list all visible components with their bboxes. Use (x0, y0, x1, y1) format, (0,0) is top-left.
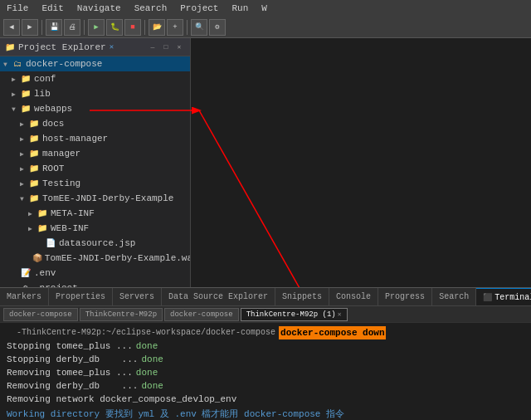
inst-tab-1-label: docker-compose (9, 310, 72, 319)
tree-manager[interactable]: ▶ 📁 manager (0, 146, 190, 161)
tree-war[interactable]: ▶ 📦 TomEE-JNDI-Derby-Example.war (0, 251, 190, 266)
term-prompt-1: -ThinkCentre-M92p:~/eclipse-workspace/do… (7, 326, 275, 339)
rootdir-arrow: ▶ (20, 165, 28, 173)
tab-terminal[interactable]: ⬛ Terminal ✕ (476, 288, 531, 306)
tree-webapps[interactable]: ▼ 📁 webapps (0, 101, 190, 116)
tab-console-label: Console (336, 292, 371, 301)
tab-terminal-label: Terminal (494, 293, 531, 302)
tb-save-btn[interactable]: 💾 (46, 19, 62, 36)
tb-run-btn[interactable]: ▶ (88, 19, 105, 36)
term-note-text: Working directory 要找到 yml 及 .env 檔才能用 do… (7, 408, 344, 420)
term-out-5: Removing derby_db ... (7, 379, 138, 393)
explorer-minimize-btn[interactable]: — (147, 42, 158, 53)
tb-back-btn[interactable]: ◀ (3, 19, 20, 36)
terminal-content: -ThinkCentre-M92p:~/eclipse-workspace/do… (0, 323, 531, 420)
tb-open-btn[interactable]: 📂 (149, 19, 165, 36)
tb-new-btn[interactable]: + (167, 19, 183, 36)
inst-tab-2[interactable]: ThinkCentre-M92p (80, 308, 163, 321)
tab-markers[interactable]: Markers (0, 288, 49, 306)
tb-debug-btn[interactable]: 🐛 (106, 19, 123, 36)
inst-tab-1[interactable]: docker-compose (3, 308, 78, 321)
tb-sep-1 (41, 20, 42, 35)
terminal-icon: ⬛ (483, 293, 492, 302)
tb-print-btn[interactable]: 🖨 (64, 19, 80, 36)
tree-web-inf[interactable]: ▶ 📁 WEB-INF (0, 221, 190, 236)
testing-arrow: ▶ (20, 180, 28, 188)
inst-tab-4-close[interactable]: ✕ (338, 310, 342, 318)
inst-tab-4[interactable]: ThinkCentre-M92p (1) ✕ (241, 308, 348, 321)
manager-label: manager (42, 149, 80, 159)
tree-env[interactable]: ▶ 📝 .env (0, 266, 190, 281)
docs-arrow: ▶ (20, 120, 28, 128)
metainf-icon: 📁 (37, 208, 48, 219)
conf-icon: 📁 (20, 73, 32, 85)
tomee-arrow: ▼ (20, 195, 28, 203)
explorer-close-btn[interactable]: ✕ (173, 42, 185, 53)
menu-navigate[interactable]: Navigate (74, 2, 124, 14)
tree-host-manager[interactable]: ▶ 📁 host-manager (0, 131, 190, 146)
tree-testing[interactable]: ▶ 📁 Testing (0, 176, 190, 191)
tab-servers[interactable]: Servers (113, 288, 162, 306)
war-label: TomEE-JNDI-Derby-Example.war (45, 253, 190, 263)
tab-markers-label: Markers (7, 292, 41, 301)
tree-root[interactable]: ▼ 🗂 docker-compose (0, 56, 190, 71)
bottom-panel: Markers Properties Servers Data Source E… (0, 287, 531, 420)
tab-search[interactable]: Search (432, 288, 476, 306)
term-out-3: Stopping derby_db ... (7, 353, 138, 366)
testing-label: Testing (42, 178, 80, 188)
hostmgr-icon: 📁 (28, 133, 40, 144)
tab-data-source[interactable]: Data Source Explorer (162, 288, 275, 306)
tree-conf[interactable]: ▶ 📁 conf (0, 71, 190, 86)
inst-tab-3[interactable]: docker-compose (164, 308, 239, 321)
tree-tomee[interactable]: ▼ 📁 TomEE-JNDI-Derby-Example (0, 191, 190, 206)
term-line-note: Working directory 要找到 yml 及 .env 檔才能用 do… (7, 408, 524, 420)
war-icon: 📦 (32, 252, 42, 264)
manager-icon: 📁 (28, 148, 40, 159)
datasource-icon: 📄 (45, 237, 56, 249)
inst-tab-4-label: ThinkCentre-M92p (1) (246, 310, 336, 319)
main-area: 📁 Project Explorer ✕ — □ ✕ ▼ 🗂 docker-co… (0, 38, 531, 287)
tree-datasource[interactable]: ▶ 📄 datasource.jsp (0, 236, 190, 251)
webinf-label: WEB-INF (51, 223, 89, 233)
term-cmd-1: docker-compose down (279, 326, 386, 339)
tab-console[interactable]: Console (329, 288, 378, 306)
docs-label: docs (42, 119, 64, 129)
inst-tab-3-label: docker-compose (170, 310, 233, 319)
term-done-3: done (141, 353, 163, 366)
tab-progress[interactable]: Progress (378, 288, 432, 306)
tb-search-btn[interactable]: 🔍 (191, 19, 207, 36)
webinf-icon: 📁 (37, 222, 48, 234)
docs-icon: 📁 (28, 118, 40, 129)
tree-root-folder[interactable]: ▶ 📁 ROOT (0, 161, 190, 176)
term-out-2: Stopping tomee_plus ... (7, 339, 133, 353)
lib-icon: 📁 (20, 88, 32, 100)
tree-project[interactable]: ▶ ⚙ .project (0, 281, 190, 287)
tomee-icon: 📁 (28, 193, 40, 204)
tab-data-source-label: Data Source Explorer (168, 292, 268, 301)
tree-lib[interactable]: ▶ 📁 lib (0, 86, 190, 101)
explorer-maximize-btn[interactable]: □ (160, 42, 172, 53)
menu-search[interactable]: Search (131, 2, 171, 14)
menu-project[interactable]: Project (177, 2, 222, 14)
tb-sep-2 (84, 20, 85, 35)
tab-properties[interactable]: Properties (49, 288, 113, 306)
menu-run[interactable]: Run (228, 2, 251, 14)
webapps-arrow: ▼ (12, 105, 20, 113)
hostmgr-label: host-manager (42, 134, 108, 144)
tree-docs[interactable]: ▶ 📁 docs (0, 116, 190, 131)
tb-stop-btn[interactable]: ■ (124, 19, 141, 36)
term-line-5: Removing derby_db ... done (7, 379, 524, 393)
tb-fwd-btn[interactable]: ▶ (22, 19, 38, 36)
menu-edit[interactable]: Edit (38, 2, 66, 14)
term-line-4: Removing tomee_plus ... done (7, 366, 524, 379)
menu-file[interactable]: File (3, 2, 32, 14)
tab-snippets[interactable]: Snippets (275, 288, 329, 306)
metainf-label: META-INF (51, 208, 95, 218)
env-icon: 📝 (20, 267, 32, 279)
tree-meta-inf[interactable]: ▶ 📁 META-INF (0, 206, 190, 221)
manager-arrow: ▶ (20, 150, 28, 158)
tb-settings-btn[interactable]: ⚙ (209, 19, 226, 36)
menu-w[interactable]: W (258, 2, 270, 14)
tab-search-label: Search (439, 292, 469, 301)
explorer-title: 📁 Project Explorer ✕ (5, 42, 114, 52)
